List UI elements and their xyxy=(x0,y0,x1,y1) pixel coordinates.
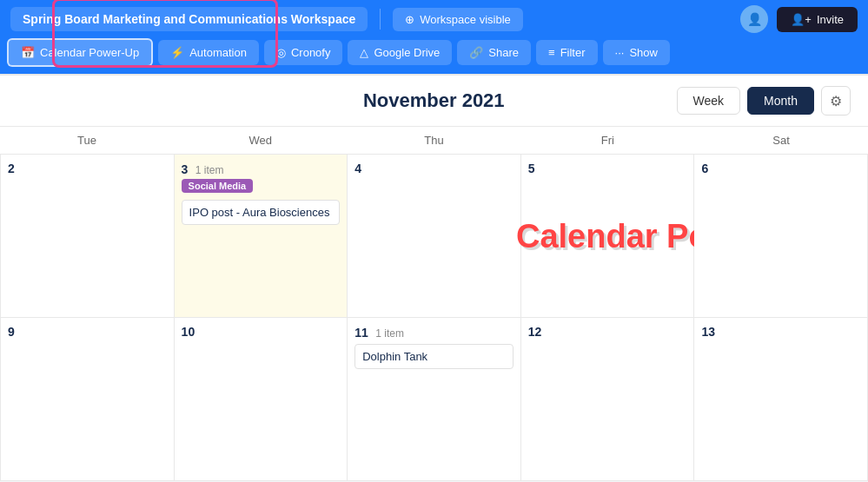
week-view-button[interactable]: Week xyxy=(677,87,741,115)
drive-icon: △ xyxy=(360,46,368,59)
avatar[interactable]: 👤 xyxy=(740,5,768,33)
dots-icon: ··· xyxy=(615,46,625,59)
cell-date: 12 xyxy=(528,325,687,339)
cal-cell-3[interactable]: 3 1 item Social Media IPO post - Aura Bi… xyxy=(175,155,348,318)
cell-date: 13 xyxy=(701,325,860,339)
cal-cell-13[interactable]: 13 xyxy=(694,318,868,481)
day-header-sat: Sat xyxy=(694,127,868,154)
cal-cell-10[interactable]: 10 xyxy=(175,318,348,481)
google-drive-button[interactable]: △ Google Drive xyxy=(348,40,452,65)
calendar-header: November 2021 Week Month ⚙ xyxy=(0,76,868,127)
day-header-thu: Thu xyxy=(348,127,521,154)
cal-cell-6[interactable]: 6 xyxy=(694,155,868,318)
calendar-powerup-button[interactable]: 📅 Calendar Power-Up xyxy=(7,38,153,67)
calendar-powerup-label: Calendar Power-Up xyxy=(40,46,139,59)
workspace-visible-label: Workspace visible xyxy=(420,13,511,26)
settings-button[interactable]: ⚙ xyxy=(821,86,851,116)
filter-button[interactable]: ≡ Filter xyxy=(536,40,597,65)
cell-items-count: 1 item xyxy=(375,327,404,340)
cell-header: 11 1 item xyxy=(354,325,514,340)
day-header-fri: Fri xyxy=(520,127,694,154)
toolbar: 📅 Calendar Power-Up ⚡ Automation ◎ Crono… xyxy=(0,38,868,76)
cell-date: 2 xyxy=(8,162,167,175)
cronofy-icon: ◎ xyxy=(276,46,286,59)
cell-date: 4 xyxy=(354,162,514,175)
globe-icon: ⊕ xyxy=(405,13,414,26)
google-drive-label: Google Drive xyxy=(374,46,440,59)
cal-cell-12[interactable]: 12 xyxy=(521,318,695,481)
cell-date: 6 xyxy=(701,162,860,175)
cronofy-button[interactable]: ◎ Cronofy xyxy=(264,40,343,65)
cal-cell-2[interactable]: 2 xyxy=(1,155,175,318)
workspace-visible-button[interactable]: ⊕ Workspace visible xyxy=(393,8,523,31)
invite-label: Invite xyxy=(817,13,844,26)
person-add-icon: 👤+ xyxy=(791,13,812,26)
cell-date: 10 xyxy=(182,325,341,339)
lightning-icon: ⚡ xyxy=(170,46,184,59)
share-label: Share xyxy=(488,46,519,59)
calendar-container: November 2021 Week Month ⚙ Tue Wed Thu F… xyxy=(0,76,868,481)
cal-cell-5[interactable]: 5 Calendar Power-Up xyxy=(521,155,695,318)
event-tag-social-media[interactable]: Social Media xyxy=(182,179,254,193)
cell-date: 3 xyxy=(182,162,189,176)
top-bar: Spring Board Marketing and Communication… xyxy=(0,0,868,38)
link-icon: 🔗 xyxy=(469,46,483,59)
filter-label: Filter xyxy=(560,46,586,59)
cell-date: 11 xyxy=(354,326,368,340)
share-button[interactable]: 🔗 Share xyxy=(457,40,531,65)
view-controls: Week Month ⚙ xyxy=(677,86,851,116)
month-view-button[interactable]: Month xyxy=(747,87,814,115)
calendar-grid: 2 3 1 item Social Media IPO post - Aura … xyxy=(0,155,868,481)
filter-icon: ≡ xyxy=(548,46,555,59)
day-header-tue: Tue xyxy=(0,127,174,154)
event-item[interactable]: IPO post - Aura Biosciences xyxy=(182,200,341,225)
automation-label: Automation xyxy=(189,46,247,59)
invite-button[interactable]: 👤+ Invite xyxy=(777,7,858,32)
automation-button[interactable]: ⚡ Automation xyxy=(158,40,259,65)
gear-icon: ⚙ xyxy=(830,93,842,109)
day-header-wed: Wed xyxy=(174,127,348,154)
calendar-icon: 📅 xyxy=(21,46,35,59)
show-button[interactable]: ··· Show xyxy=(603,40,670,65)
cell-items-count: 1 item xyxy=(195,164,224,176)
cal-cell-11[interactable]: 11 1 item Dolphin Tank xyxy=(348,318,521,481)
cronofy-label: Cronofy xyxy=(291,46,331,59)
cal-cell-4[interactable]: 4 xyxy=(348,155,521,318)
event-item-dolphin[interactable]: Dolphin Tank xyxy=(354,344,514,369)
show-label: Show xyxy=(629,46,658,59)
calendar-title: November 2021 xyxy=(363,89,505,112)
day-headers: Tue Wed Thu Fri Sat xyxy=(0,127,868,155)
workspace-title[interactable]: Spring Board Marketing and Communication… xyxy=(10,7,368,31)
top-bar-divider xyxy=(380,9,381,30)
cell-header: 3 1 item xyxy=(182,162,341,177)
cell-date: 9 xyxy=(8,325,167,339)
cell-date: 5 xyxy=(528,162,687,175)
cal-cell-9[interactable]: 9 xyxy=(1,318,175,481)
